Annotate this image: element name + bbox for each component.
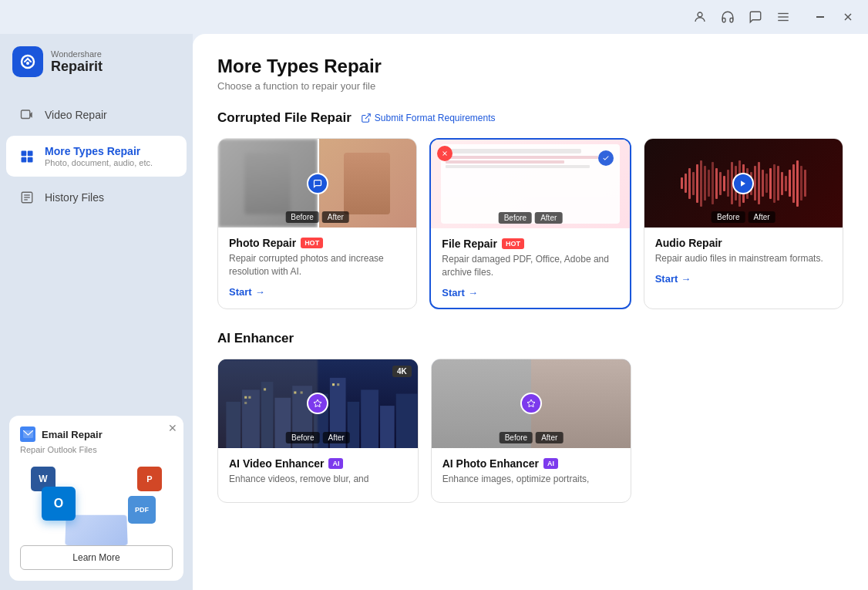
svg-rect-11	[22, 150, 27, 156]
ai-video-body: AI Video Enhancer AI Enhance videos, rem…	[218, 448, 418, 503]
outlook-icon: O	[42, 487, 76, 521]
sidebar-item-history-files[interactable]: History Files	[6, 180, 187, 215]
file-repair-start[interactable]: Start →	[442, 287, 618, 298]
corrupted-repair-header: Corrupted File Repair Submit Format Requ…	[217, 110, 843, 126]
ai-center-icon	[307, 393, 328, 414]
ai-video-title: AI Video Enhancer AI	[229, 457, 407, 470]
promo-title: Email Repair	[42, 429, 103, 440]
svg-point-0	[698, 12, 702, 17]
video-before-label: Before	[286, 432, 319, 443]
photo-repair-desc: Repair corrupted photos and increase res…	[229, 252, 405, 278]
svg-rect-42	[332, 383, 335, 386]
sidebar: Wondershare Repairit Video Repair	[0, 34, 193, 590]
brand-name: Wondershare	[51, 49, 103, 59]
history-files-label: History Files	[45, 191, 104, 204]
app-body: Wondershare Repairit Video Repair	[0, 34, 868, 590]
page-subtitle: Choose a function to repair your file	[217, 80, 843, 92]
audio-repair-card[interactable]: Before After Audio Repair Repair audio f…	[644, 138, 843, 309]
photo-enh-before-label: Before	[500, 432, 533, 443]
app-logo	[12, 46, 43, 77]
more-types-label-content: More Types Repair Photo, document, audio…	[45, 145, 153, 167]
svg-rect-4	[816, 16, 824, 18]
arrow-icon: →	[255, 286, 265, 298]
file-after-label: After	[535, 212, 562, 224]
audio-play-icon	[732, 173, 754, 194]
audio-repair-title: Audio Repair	[655, 237, 832, 249]
video-repair-label: Video Repair	[45, 109, 107, 121]
account-icon[interactable]	[692, 9, 708, 25]
close-button[interactable]	[837, 6, 859, 28]
doc-file-icon: PDF	[128, 496, 156, 524]
svg-marker-44	[314, 400, 321, 407]
audio-repair-image: Before After	[644, 139, 843, 228]
submit-format-label: Submit Format Requirements	[375, 113, 496, 123]
ai-video-image: 4K Before After	[218, 359, 418, 448]
photo-repair-body: Photo Repair HOT Repair corrupted photos…	[218, 228, 416, 307]
file-arrow-icon: →	[468, 287, 478, 298]
svg-rect-43	[337, 383, 339, 386]
sidebar-item-more-types-repair[interactable]: More Types Repair Photo, document, audio…	[6, 136, 187, 177]
file-repair-desc: Repair damaged PDF, Office, Adobe and ar…	[442, 253, 618, 279]
submit-format-link[interactable]: Submit Format Requirements	[361, 113, 496, 123]
email-repair-icon	[20, 426, 35, 442]
repair-center-icon	[307, 173, 328, 194]
audio-repair-start[interactable]: Start →	[655, 273, 832, 285]
photo-repair-title: Photo Repair HOT	[229, 237, 405, 249]
ai-video-enhancer-card[interactable]: 4K Before After AI Video Enhancer AI	[217, 359, 419, 504]
ai-photo-desc: Enhance images, optimize portraits,	[442, 473, 621, 486]
chat-icon[interactable]	[748, 9, 763, 25]
photo-enh-after-label: After	[536, 432, 563, 443]
svg-marker-45	[527, 400, 535, 407]
video-before-after-labels: Before After	[286, 432, 350, 443]
svg-rect-9	[22, 110, 30, 119]
file-repair-title: File Repair HOT	[442, 238, 618, 250]
video-repair-icon	[19, 106, 35, 123]
photo-enh-before-after: Before After	[500, 432, 564, 443]
headset-icon[interactable]	[720, 9, 735, 25]
cube-decoration	[65, 515, 127, 545]
video-repair-label-content: Video Repair	[45, 109, 107, 121]
ai-enhancer-header: AI Enhancer	[217, 331, 843, 346]
app-name: Repairit	[51, 59, 103, 75]
file-repair-card[interactable]: Before After File Repair HOT Repair dama…	[429, 138, 631, 309]
svg-rect-14	[28, 157, 33, 162]
promo-header: Email Repair	[20, 426, 173, 442]
sidebar-item-video-repair[interactable]: Video Repair	[6, 97, 187, 133]
ppt-icon: P	[137, 467, 162, 491]
photo-repair-start[interactable]: Start →	[229, 286, 405, 298]
svg-rect-35	[396, 393, 418, 447]
4k-badge: 4K	[392, 366, 412, 377]
more-types-icon	[19, 148, 35, 165]
logo-area: Wondershare Repairit	[0, 34, 193, 96]
file-hot-badge: HOT	[502, 238, 524, 249]
minimize-button[interactable]	[809, 6, 831, 28]
main-content: More Types Repair Choose a function to r…	[193, 34, 868, 590]
audio-repair-body: Audio Repair Repair audio files in mains…	[644, 228, 843, 294]
more-types-label: More Types Repair	[45, 145, 153, 157]
svg-rect-33	[361, 389, 378, 448]
corrupted-repair-cards: Before After Photo Repair HOT Repair cor…	[217, 138, 843, 309]
learn-more-button[interactable]: Learn More	[20, 545, 173, 570]
ai-photo-enhancer-card[interactable]: Before After AI Photo Enhancer AI Enhanc…	[431, 359, 632, 504]
ai-photo-badge: AI	[543, 458, 558, 469]
menu-icon[interactable]	[775, 9, 791, 25]
photo-after-label: After	[322, 211, 349, 223]
promo-close-button[interactable]: ✕	[168, 422, 177, 434]
file-before-label: Before	[499, 212, 532, 224]
ai-enhancer-cards: 4K Before After AI Video Enhancer AI	[217, 359, 843, 504]
ai-enhancer-title: AI Enhancer	[217, 331, 294, 346]
audio-after-label: After	[748, 211, 775, 223]
photo-repair-card[interactable]: Before After Photo Repair HOT Repair cor…	[217, 138, 417, 309]
ai-photo-title: AI Photo Enhancer AI	[442, 457, 621, 470]
titlebar	[0, 0, 868, 34]
page-title: More Types Repair	[217, 56, 843, 77]
sidebar-promo: ✕ Email Repair Repair Outlook Files W O …	[9, 416, 183, 581]
file-repair-image: Before After	[431, 140, 629, 228]
promo-illustration: W O P PDF	[20, 460, 173, 545]
logo-text: Wondershare Repairit	[51, 49, 103, 75]
corrupted-repair-title: Corrupted File Repair	[217, 110, 352, 126]
promo-subtitle: Repair Outlook Files	[20, 445, 173, 454]
audio-arrow-icon: →	[681, 273, 691, 285]
svg-rect-34	[380, 406, 395, 448]
photo-hot-badge: HOT	[301, 238, 323, 248]
